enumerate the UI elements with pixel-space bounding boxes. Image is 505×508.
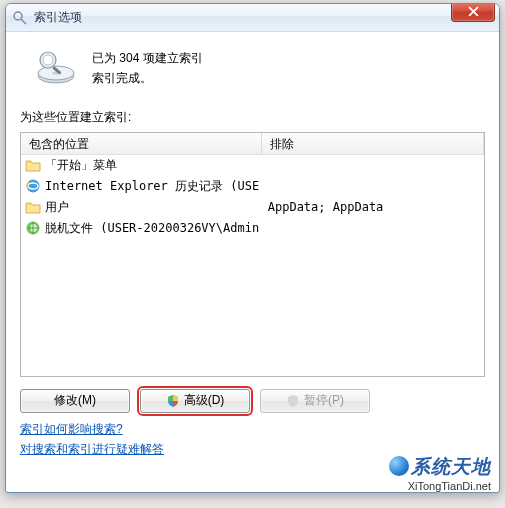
dialog-content: 已为 304 项建立索引 索引完成。 为这些位置建立索引: 包含的位置 排除 「…	[6, 32, 499, 468]
drive-search-icon	[34, 46, 78, 86]
indexing-complete-text: 索引完成。	[92, 68, 203, 88]
shield-icon	[286, 394, 300, 408]
button-row: 修改(M) 高级(D) 暂停(P)	[20, 389, 485, 413]
folder-icon	[25, 157, 41, 173]
offline-files-icon	[25, 220, 41, 236]
col-included[interactable]: 包含的位置	[21, 133, 262, 154]
titlebar[interactable]: 索引选项	[6, 4, 499, 32]
shield-icon	[166, 394, 180, 408]
list-header: 包含的位置 排除	[21, 133, 484, 155]
excluded-value: AppData; AppData	[262, 197, 484, 218]
location-name: Internet Explorer 历史记录 (USE...	[45, 178, 262, 195]
indexed-count-text: 已为 304 项建立索引	[92, 48, 203, 68]
window-title: 索引选项	[34, 9, 82, 26]
advanced-button-label: 高级(D)	[184, 392, 225, 409]
locations-listbox[interactable]: 包含的位置 排除 「开始」菜单	[20, 132, 485, 377]
list-item[interactable]: 脱机文件 (USER-20200326VY\Admin...	[21, 218, 484, 239]
location-name: 「开始」菜单	[45, 157, 117, 174]
excluded-value	[262, 218, 484, 239]
excluded-value	[262, 155, 484, 176]
col-excluded[interactable]: 排除	[262, 133, 484, 154]
excluded-value	[262, 176, 484, 197]
locations-label: 为这些位置建立索引:	[20, 109, 485, 126]
list-item[interactable]: 用户 AppData; AppData	[21, 197, 484, 218]
advanced-button[interactable]: 高级(D)	[140, 389, 250, 413]
status-row: 已为 304 项建立索引 索引完成。	[20, 46, 485, 89]
help-link-indexing[interactable]: 索引如何影响搜索?	[20, 421, 485, 438]
close-button[interactable]	[451, 3, 495, 22]
svg-line-1	[21, 19, 26, 24]
status-text: 已为 304 项建立索引 索引完成。	[92, 46, 203, 89]
indexing-options-dialog: 索引选项 已为 304 项建立索引 索引完成。 为这些位置建立索	[5, 3, 500, 493]
list-item[interactable]: Internet Explorer 历史记录 (USE...	[21, 176, 484, 197]
list-body: 「开始」菜单 Internet Explorer 历史记录 (USE...	[21, 155, 484, 376]
close-icon	[468, 6, 479, 17]
svg-point-0	[14, 12, 22, 20]
list-item[interactable]: 「开始」菜单	[21, 155, 484, 176]
help-link-troubleshoot[interactable]: 对搜索和索引进行疑难解答	[20, 441, 485, 458]
modify-button[interactable]: 修改(M)	[20, 389, 130, 413]
location-name: 脱机文件 (USER-20200326VY\Admin...	[45, 220, 262, 237]
modify-button-label: 修改(M)	[54, 392, 96, 409]
pause-button: 暂停(P)	[260, 389, 370, 413]
pause-button-label: 暂停(P)	[304, 392, 344, 409]
ie-icon	[25, 178, 41, 194]
svg-point-6	[43, 55, 53, 65]
location-name: 用户	[45, 199, 69, 216]
help-links: 索引如何影响搜索? 对搜索和索引进行疑难解答	[20, 421, 485, 458]
folder-icon	[25, 199, 41, 215]
app-icon	[12, 10, 28, 26]
